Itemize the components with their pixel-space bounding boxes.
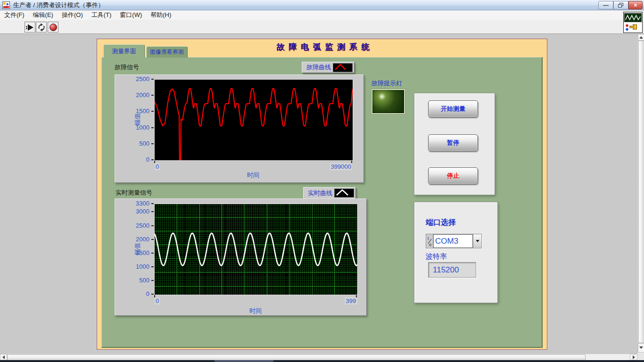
menu-item-4[interactable]: 窗口(W) [116,10,146,20]
x-tick-label-min: 0 [155,163,160,170]
y-tick-mark [151,143,154,144]
fault-indicator-label: 故障提示灯 [372,79,402,88]
toolbar [0,20,644,34]
scrollbar-corner [637,353,644,360]
y-tick-label: 2000 [115,236,149,243]
y-tick-mark [151,294,154,295]
fault-curve-line-sample [333,63,353,72]
arrow-left-icon [0,355,5,359]
horizontal-scrollbar[interactable] [0,354,637,360]
baud-label: 波特率 [426,252,447,261]
y-tick-mark [151,79,154,80]
y-tick-mark [151,127,154,128]
scroll-left-button[interactable] [0,354,7,360]
vertical-scrollbar[interactable] [637,34,644,353]
x-tick-mark [356,295,357,297]
fault-waveform [155,80,353,160]
port-value[interactable]: COM3 [433,234,473,248]
y-tick-mark [151,203,154,204]
x-tick-mark [351,161,352,163]
tab-image-view[interactable]: 图像查看界面 [146,46,188,58]
realtime-curve-line-sample [334,189,354,197]
realtime-chart-label: 实时测量信号 [116,189,152,197]
y-tick-mark [151,266,154,267]
realtime-curve-legend: 实时曲线 [303,187,356,199]
minimize-button[interactable]: — [598,1,613,9]
chevron-down-icon [476,240,479,244]
y-tick-label: 1500 [115,249,149,257]
vi-waveform-icon [624,12,642,33]
menu-item-0[interactable]: 文件(F) [0,10,29,20]
stop-button[interactable]: 停止 [428,167,478,184]
restore-button[interactable] [613,1,628,9]
y-tick-mark [151,159,154,160]
y-tick-mark [151,95,154,96]
y-tick-mark [151,211,154,212]
y-tick-label: 3300 [115,200,149,207]
tab-measurement[interactable]: 测量界面 [103,44,145,58]
y-tick-label: 500 [115,140,149,148]
realtime-chart-x-axis-label: 时间 [154,307,357,315]
menu-item-2[interactable]: 操作(O) [58,10,87,20]
realtime-curve-legend-text: 实时曲线 [308,189,332,197]
y-tick-label: 1000 [115,263,149,271]
application-window: 生产者 / 消费者设计模式（事件） — × 文件(F)编辑(E)操作(O)工具(… [0,0,644,362]
menu-bar: 文件(F)编辑(E)操作(O)工具(T)窗口(W)帮助(H) [0,10,644,20]
fault-curve-legend-text: 故障曲线 [306,63,331,72]
scroll-down-button[interactable] [638,343,644,353]
menu-item-3[interactable]: 工具(T) [87,10,116,20]
vi-icon-thumbnail [623,12,643,33]
y-tick-label: 2500 [115,222,149,230]
scroll-up-button[interactable] [638,34,644,41]
y-tick-label: 2500 [115,75,149,83]
run-button[interactable] [25,22,35,33]
arrow-up-icon [639,34,643,39]
window-titlebar[interactable]: 生产者 / 消费者设计模式（事件） — × [0,0,644,10]
y-tick-label: 1000 [115,124,149,132]
y-tick-label: 0 [115,290,149,298]
fault-chart-label: 故障信号 [115,63,139,72]
y-tick-label: 2000 [115,91,149,99]
fault-indicator-led [372,89,405,114]
taskbar-button-edge [215,360,273,362]
realtime-chart-plate: 幅值 时间 33003000250020001500100050000399 [115,198,367,316]
y-tick-mark [151,239,154,240]
abort-button[interactable] [48,22,58,33]
y-tick-mark [151,253,154,254]
scroll-right-button[interactable] [630,354,637,360]
pause-button[interactable]: 暂停 [428,134,478,151]
port-combobox[interactable]: Io COM3 [426,234,482,248]
x-tick-label-max: 399 [345,297,357,304]
y-tick-mark [151,280,154,281]
x-tick-label-min: 0 [155,297,160,304]
v-scroll-thumb[interactable] [638,41,644,343]
menu-item-1[interactable]: 编辑(E) [29,10,58,20]
start-button[interactable]: 开始测量 [428,100,478,117]
svg-text:I: I [428,236,429,241]
fault-chart-plate: 幅值 时间 250020001500100050000399000 [115,74,364,183]
fault-curve-legend: 故障曲线 [302,62,355,73]
realtime-chart-plot-area [154,204,358,295]
y-tick-label: 3000 [115,208,149,215]
visa-io-icon: Io [426,234,433,248]
x-tick-mark [154,161,155,163]
arrow-down-icon [639,346,643,351]
menu-item-5[interactable]: 帮助(H) [146,10,175,20]
fault-chart-plot-area [154,79,353,161]
x-tick-label-max: 399000 [330,163,352,170]
close-button[interactable]: × [628,1,643,9]
labview-app-icon [2,1,10,9]
page-title: 故 障 电 弧 监 测 系 统 [261,41,386,52]
run-continuous-button[interactable] [36,22,47,33]
combo-dropdown-button[interactable] [473,234,481,248]
y-tick-mark [151,225,154,226]
realtime-waveform [155,204,357,295]
fault-chart-x-axis-label: 时间 [154,171,352,180]
taskbar-edge [0,360,644,362]
restore-icon [618,3,624,8]
y-tick-mark [151,111,154,112]
y-tick-label: 1500 [115,107,149,115]
y-tick-label: 500 [115,277,149,284]
baud-display: 115200 [428,262,476,278]
port-select-label: 端口选择 [426,218,456,228]
